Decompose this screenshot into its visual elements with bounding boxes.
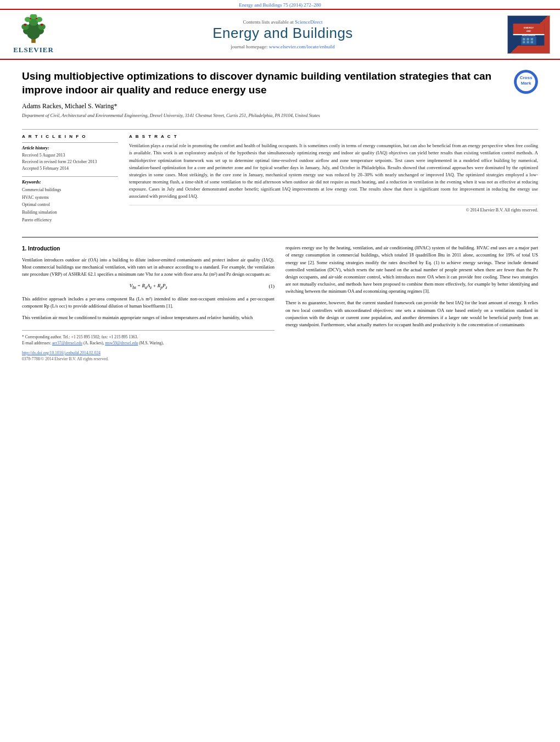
svg-rect-23 — [531, 38, 533, 40]
journal-center-info: Contents lists available at ScienceDirec… — [65, 19, 501, 49]
doi-line: http://dx.doi.org/10.1016/j.enbuild.2014… — [22, 350, 275, 356]
svg-rect-16 — [513, 24, 545, 35]
accepted-date: Accepted 5 February 2014 — [22, 165, 118, 172]
article-columns: A R T I C L E I N F O Article history: R… — [22, 129, 538, 228]
sciencedirect-info: Contents lists available at ScienceDirec… — [65, 19, 501, 25]
svg-point-14 — [36, 18, 37, 19]
svg-rect-21 — [523, 38, 525, 40]
eb-logo-image: ENERGY AND BUILDINGS — [512, 24, 545, 46]
sciencedirect-link[interactable]: ScienceDirect — [295, 19, 322, 25]
homepage-url[interactable]: www.elsevier.com/locate/enbuild — [269, 44, 335, 49]
authors: Adams Rackes, Michael S. Waring* — [22, 102, 507, 110]
article-history-section: Article history: Received 5 August 2013 … — [22, 142, 118, 172]
keywords-heading: Keywords: — [22, 180, 118, 185]
article-title-section: Using multiobjective optimizations to di… — [22, 65, 538, 125]
email1-link[interactable]: aer37@drexel.edu — [52, 341, 82, 345]
doi-link[interactable]: http://dx.doi.org/10.1016/j.enbuild.2014… — [22, 350, 100, 355]
article-info-heading: A R T I C L E I N F O — [22, 134, 118, 139]
revised-date: Received in revised form 22 October 2013 — [22, 159, 118, 165]
abstract-section: A B S T R A C T Ventilation plays a cruc… — [129, 134, 538, 228]
keyword-2: HVAC systems — [22, 194, 118, 202]
section1-para2: This additive approach includes a per-ar… — [22, 295, 275, 310]
abstract-text: Ventilation plays a crucial role in prom… — [129, 142, 538, 200]
keyword-5: Pareto efficiency — [22, 216, 118, 224]
email2-link[interactable]: msw59@drexel.edu — [105, 341, 138, 345]
crossmark-badge[interactable]: Cross Mark — [514, 70, 538, 94]
footnote-section: * Corresponding author. Tel.: +1 215 895… — [22, 330, 275, 362]
main-content: 1. Introduction Ventilation introduces o… — [22, 237, 538, 362]
footnote-emails: E-mail addresses: aer37@drexel.edu (A. R… — [22, 340, 275, 346]
svg-point-8 — [25, 17, 31, 22]
journal-reference: Energy and Buildings 75 (2014) 272–280 — [0, 0, 560, 9]
keyword-4: Building simulation — [22, 209, 118, 216]
article-title: Using multiobjective optimizations to di… — [22, 70, 507, 97]
section1-heading: 1. Introduction — [22, 244, 275, 253]
copyright: © 2014 Elsevier B.V. All rights reserved… — [129, 205, 538, 213]
section1-right-para1: requires energy use by the heating, vent… — [285, 244, 538, 295]
section1-para1: Ventilation introduces outdoor air (OA) … — [22, 256, 275, 278]
main-col-left: 1. Introduction Ventilation introduces o… — [22, 244, 275, 362]
svg-text:ENERGY: ENERGY — [524, 26, 534, 29]
crossmark-svg: Cross Mark — [514, 70, 538, 94]
received-date: Received 5 August 2013 — [22, 152, 118, 159]
section1-right-para2: There is no guarantee, however, that the… — [285, 299, 538, 328]
equation-1-line: Vbz = RaAz + RpPz (1) — [22, 282, 275, 291]
homepage-info: journal homepage: www.elsevier.com/locat… — [65, 44, 501, 49]
svg-rect-24 — [523, 41, 525, 43]
article-title-text: Using multiobjective optimizations to di… — [22, 70, 507, 125]
svg-text:Cross: Cross — [520, 75, 533, 80]
svg-point-11 — [24, 24, 26, 26]
journal-header: ELSEVIER Contents lists available at Sci… — [0, 9, 560, 60]
equation-1-content: Vbz = RaAz + RpPz — [130, 282, 167, 291]
svg-point-9 — [36, 17, 42, 22]
svg-text:BUILDINGS: BUILDINGS — [522, 34, 535, 36]
history-heading: Article history: — [22, 146, 118, 150]
footnote-star: * Corresponding author. Tel.: +1 215 895… — [22, 334, 275, 340]
svg-rect-20 — [521, 37, 536, 45]
eb-logo-box: ENERGY AND BUILDINGS — [507, 15, 550, 54]
equation-1-number: (1) — [269, 283, 275, 291]
svg-point-12 — [41, 24, 43, 26]
svg-text:AND: AND — [527, 30, 531, 32]
elsevier-tree-svg — [14, 14, 53, 44]
svg-rect-22 — [527, 38, 529, 40]
svg-rect-26 — [531, 41, 533, 43]
keywords-section: Keywords: Commercial buildings HVAC syst… — [22, 176, 118, 224]
article-body: Using multiobjective optimizations to di… — [0, 60, 560, 367]
journal-title: Energy and Buildings — [65, 25, 501, 42]
main-col-right: requires energy use by the heating, vent… — [285, 244, 538, 362]
keywords-list: Commercial buildings HVAC systems Optima… — [22, 186, 118, 224]
svg-text:Mark: Mark — [521, 81, 531, 86]
issn-line: 0378-7788/© 2014 Elsevier B.V. All right… — [22, 356, 275, 362]
elsevier-text: ELSEVIER — [13, 46, 54, 54]
keyword-3: Optimal control — [22, 201, 118, 209]
section1-para3: This ventilation air must be conditioned… — [22, 314, 275, 321]
elsevier-tree-logo: ELSEVIER — [9, 14, 58, 54]
affiliation: Department of Civil, Architectural and E… — [22, 113, 507, 119]
eb-logo: ENERGY AND BUILDINGS — [507, 15, 551, 54]
svg-point-13 — [30, 18, 31, 19]
article-info-column: A R T I C L E I N F O Article history: R… — [22, 134, 118, 228]
elsevier-logo-area: ELSEVIER — [9, 14, 58, 54]
abstract-heading: A B S T R A C T — [129, 134, 538, 139]
svg-rect-25 — [527, 41, 529, 43]
keyword-1: Commercial buildings — [22, 186, 118, 194]
